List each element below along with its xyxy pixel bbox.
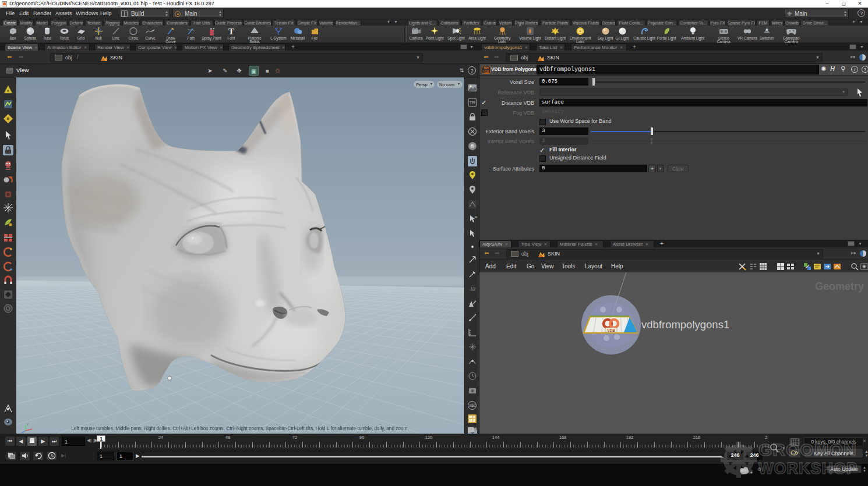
svg-text:Left mouse tumbles. Middle pan: Left mouse tumbles. Middle pans. Right d… bbox=[71, 426, 408, 431]
svg-text:R: R bbox=[475, 215, 477, 219]
svg-text:Geometry: Geometry bbox=[815, 281, 864, 292]
svg-text:VDB: VDB bbox=[607, 328, 615, 332]
svg-text:y: y bbox=[27, 422, 29, 425]
svg-text:.12: .12 bbox=[469, 286, 476, 292]
svg-text:T: T bbox=[228, 27, 234, 36]
svg-text:vdbfrompolygons1: vdbfrompolygons1 bbox=[641, 318, 729, 331]
svg-text:VDB: VDB bbox=[483, 70, 489, 73]
svg-text:No cam: No cam bbox=[439, 82, 454, 87]
svg-text:Persp: Persp bbox=[416, 82, 428, 87]
svg-text:TR: TR bbox=[470, 100, 476, 105]
